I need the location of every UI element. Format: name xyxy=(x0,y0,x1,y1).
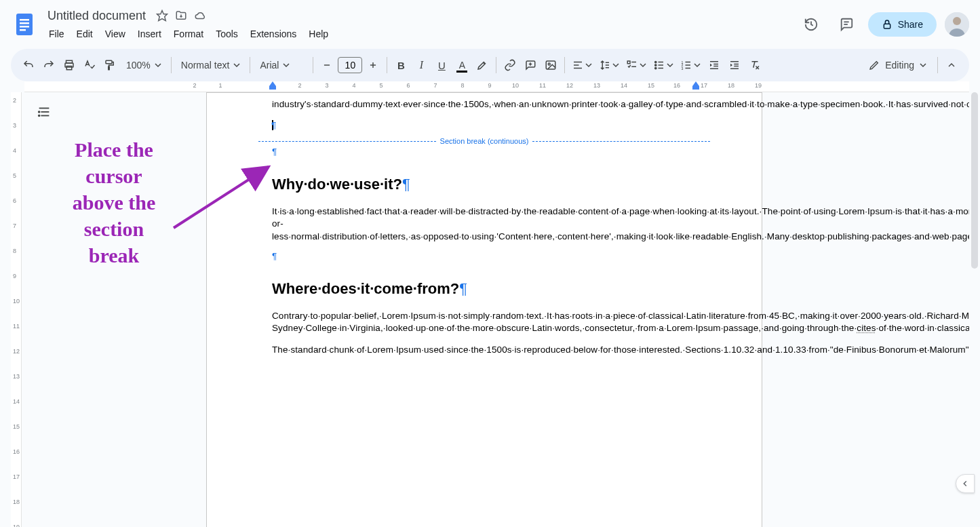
empty-paragraph[interactable]: ¶ xyxy=(272,251,697,261)
paragraph[interactable]: The·standard·chunk·of·Lorem·Ipsum·used·s… xyxy=(272,344,697,356)
document-title[interactable]: Untitled document xyxy=(43,7,150,24)
underline-button[interactable]: U xyxy=(432,56,451,75)
history-icon[interactable] xyxy=(798,11,825,38)
svg-rect-21 xyxy=(547,61,556,69)
svg-point-22 xyxy=(549,63,551,65)
menu-extensions[interactable]: Extensions xyxy=(245,26,302,42)
paragraph[interactable]: It·is·a·long·established·fact·that·a·rea… xyxy=(272,206,697,243)
share-label: Share xyxy=(898,19,923,30)
menu-edit[interactable]: Edit xyxy=(71,26,98,42)
vertical-scrollbar[interactable] xyxy=(971,92,979,513)
svg-point-34 xyxy=(655,67,656,69)
fontsize-input[interactable]: 10 xyxy=(338,57,362,73)
bulleted-list-button[interactable] xyxy=(650,56,676,75)
svg-point-32 xyxy=(655,61,656,62)
increase-indent-button[interactable] xyxy=(725,56,744,75)
titlebar: Untitled document File Edit View Insert … xyxy=(0,0,980,43)
svg-rect-0 xyxy=(16,14,33,35)
empty-paragraph-with-cursor[interactable]: ¶ xyxy=(272,120,697,130)
collapse-toolbar-button[interactable] xyxy=(942,56,961,75)
undo-button[interactable] xyxy=(19,56,38,75)
outline-toggle-button[interactable] xyxy=(33,100,56,123)
decrease-indent-button[interactable] xyxy=(705,56,724,75)
numbered-list-button[interactable]: 123 xyxy=(678,56,703,75)
document-page[interactable]: industry's·standard·dummy·text·ever·sinc… xyxy=(206,92,762,527)
svg-point-57 xyxy=(39,111,40,113)
paragraph-style-select[interactable]: Normal text xyxy=(176,60,246,71)
fontsize-increase-button[interactable] xyxy=(364,56,383,75)
move-folder-icon[interactable] xyxy=(174,9,188,22)
lock-icon xyxy=(882,19,893,30)
annotation-text: Place the cursor above the section break xyxy=(46,136,182,269)
horizontal-ruler[interactable]: 2112345678910111213141516171819 xyxy=(24,81,969,92)
clear-formatting-button[interactable] xyxy=(745,56,764,75)
paragraph[interactable]: Contrary·to·popular·belief,·Lorem·Ipsum·… xyxy=(272,310,697,334)
svg-rect-8 xyxy=(884,24,890,28)
chevron-down-icon xyxy=(920,62,926,69)
paint-format-button[interactable] xyxy=(100,56,119,75)
share-button[interactable]: Share xyxy=(868,12,937,37)
insert-comment-button[interactable] xyxy=(521,56,540,75)
menubar: File Edit View Insert Format Tools Exten… xyxy=(43,26,798,42)
menu-insert[interactable]: Insert xyxy=(132,26,167,42)
empty-paragraph[interactable]: ¶ xyxy=(272,147,697,157)
bold-button[interactable]: B xyxy=(391,56,410,75)
show-side-panel-button[interactable] xyxy=(956,474,975,493)
chevron-down-icon xyxy=(640,62,646,69)
svg-rect-1 xyxy=(20,19,29,21)
paragraph[interactable]: industry's·standard·dummy·text·ever·sinc… xyxy=(272,98,697,111)
redo-button[interactable] xyxy=(39,56,58,75)
insert-link-button[interactable] xyxy=(501,56,520,75)
cloud-status-icon[interactable] xyxy=(193,9,207,22)
font-select[interactable]: Arial xyxy=(254,60,309,71)
chevron-down-icon xyxy=(155,62,161,69)
document-canvas: industry's·standard·dummy·text·ever·sinc… xyxy=(24,92,969,527)
docs-logo[interactable] xyxy=(11,11,38,38)
checklist-button[interactable] xyxy=(623,56,649,75)
svg-rect-3 xyxy=(20,26,29,28)
insert-image-button[interactable] xyxy=(541,56,560,75)
chevron-down-icon xyxy=(667,62,673,69)
align-button[interactable] xyxy=(569,56,595,75)
editmode-select[interactable]: Editing xyxy=(862,60,933,71)
svg-rect-15 xyxy=(109,66,110,70)
chevron-down-icon xyxy=(233,62,240,69)
menu-file[interactable]: File xyxy=(43,26,70,42)
zoom-select[interactable]: 100% xyxy=(121,60,167,71)
chevron-down-icon xyxy=(585,62,592,69)
toolbar: 100% Normal text Arial 10 B I U A 123 Ed… xyxy=(11,49,969,81)
svg-rect-14 xyxy=(106,60,112,64)
svg-point-10 xyxy=(953,17,961,25)
heading[interactable]: Why·do·we·use·it?¶ xyxy=(272,176,697,193)
svg-text:3: 3 xyxy=(682,66,684,71)
svg-rect-29 xyxy=(628,61,631,64)
svg-point-58 xyxy=(39,115,40,117)
svg-marker-5 xyxy=(157,11,168,21)
fontsize-decrease-button[interactable] xyxy=(317,56,336,75)
menu-view[interactable]: View xyxy=(100,26,131,42)
menu-format[interactable]: Format xyxy=(168,26,209,42)
star-icon[interactable] xyxy=(155,9,169,22)
menu-help[interactable]: Help xyxy=(303,26,334,42)
avatar[interactable] xyxy=(945,12,969,37)
vertical-ruler[interactable]: 2345678910111213141516171819 xyxy=(11,92,22,527)
line-spacing-button[interactable] xyxy=(596,56,622,75)
pencil-icon xyxy=(869,60,880,71)
section-break-indicator: Section break (continuous) xyxy=(258,137,710,145)
svg-point-33 xyxy=(655,64,656,66)
comments-icon[interactable] xyxy=(833,11,860,38)
chevron-down-icon xyxy=(283,62,290,69)
spellcheck-button[interactable] xyxy=(80,56,99,75)
print-button[interactable] xyxy=(60,56,79,75)
svg-rect-2 xyxy=(20,22,29,24)
menu-tools[interactable]: Tools xyxy=(210,26,243,42)
italic-button[interactable]: I xyxy=(412,56,431,75)
chevron-down-icon xyxy=(612,62,619,69)
text-color-button[interactable]: A xyxy=(452,56,471,75)
chevron-down-icon xyxy=(694,62,701,69)
highlight-button[interactable] xyxy=(473,56,492,75)
svg-rect-4 xyxy=(20,29,26,31)
heading[interactable]: Where·does·it·come·from?¶ xyxy=(272,280,697,298)
